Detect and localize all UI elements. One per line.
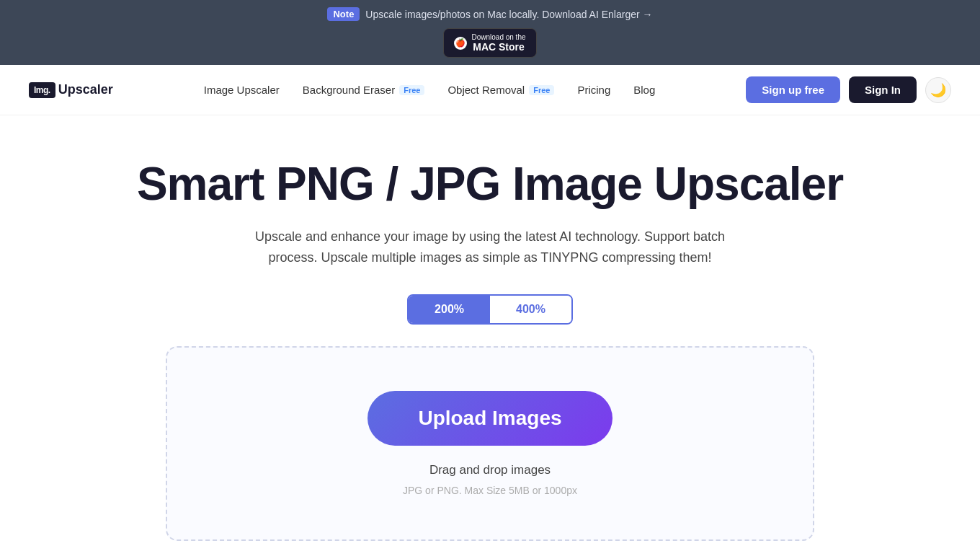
- logo[interactable]: Img. Upscaler: [29, 82, 113, 98]
- scale-400-button[interactable]: 400%: [490, 296, 571, 323]
- nav-item-pricing[interactable]: Pricing: [577, 84, 610, 96]
- banner-text: Upscale images/photos on Mac locally. Do…: [365, 9, 652, 20]
- theme-icon: 🌙: [930, 82, 946, 98]
- apple-icon: 🍎: [454, 37, 467, 50]
- note-badge: Note: [327, 7, 360, 21]
- scale-toggle: 200% 400%: [407, 294, 573, 325]
- signup-free-button[interactable]: Sign up free: [746, 76, 840, 103]
- scale-200-button[interactable]: 200%: [409, 296, 490, 323]
- nav-item-blog[interactable]: Blog: [633, 84, 655, 96]
- file-info-text: JPG or PNG. Max Size 5MB or 1000px: [196, 485, 784, 496]
- hero-subtitle: Upscale and enhance your image by using …: [238, 226, 742, 268]
- mac-store-button[interactable]: 🍎 Download on the MAC Store: [443, 28, 536, 58]
- hero-title: Smart PNG / JPG Image Upscaler: [29, 159, 951, 209]
- upload-images-button[interactable]: Upload Images: [368, 391, 612, 446]
- hero-section: Smart PNG / JPG Image Upscaler Upscale a…: [0, 115, 980, 551]
- theme-toggle-button[interactable]: 🌙: [925, 77, 951, 103]
- logo-text: Upscaler: [58, 82, 113, 97]
- nav-actions: Sign up free Sign In 🌙: [746, 76, 951, 103]
- free-badge-bg-eraser: Free: [399, 85, 424, 95]
- main-nav: Image Upscaler Background Eraser Free Ob…: [204, 84, 656, 96]
- free-badge-obj-removal: Free: [529, 85, 554, 95]
- header: Img. Upscaler Image Upscaler Background …: [0, 65, 980, 115]
- drag-drop-text: Drag and drop images: [196, 463, 784, 477]
- nav-item-object-removal[interactable]: Object Removal Free: [447, 84, 554, 96]
- signin-button[interactable]: Sign In: [849, 76, 917, 103]
- mac-store-sublabel: Download on the: [471, 33, 525, 41]
- upload-area[interactable]: Upload Images Drag and drop images JPG o…: [166, 346, 814, 541]
- top-banner: Note Upscale images/photos on Mac locall…: [0, 0, 980, 65]
- logo-box: Img.: [29, 82, 55, 98]
- mac-store-name: MAC Store: [473, 41, 525, 53]
- nav-item-background-eraser[interactable]: Background Eraser Free: [303, 84, 425, 96]
- nav-item-image-upscaler[interactable]: Image Upscaler: [204, 84, 280, 96]
